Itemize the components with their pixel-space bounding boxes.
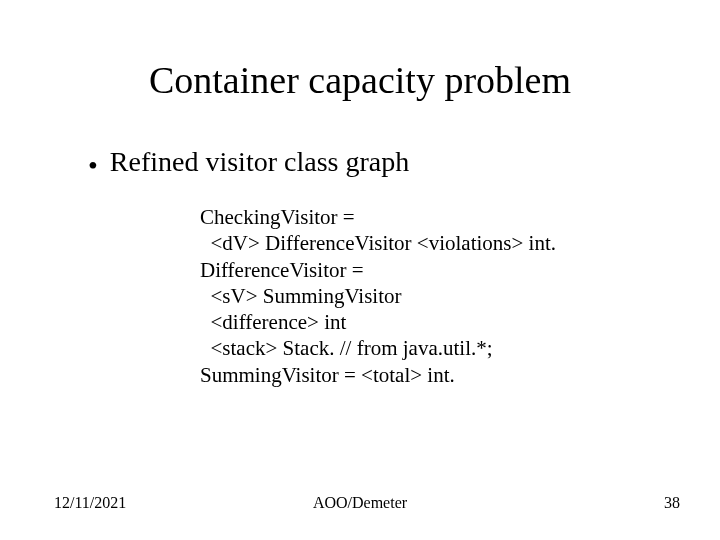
footer: 12/11/2021 AOO/Demeter 38 xyxy=(0,494,720,512)
bullet-marker: • xyxy=(88,152,98,180)
code-block: CheckingVisitor = <dV> DifferenceVisitor… xyxy=(200,204,660,388)
slide-title: Container capacity problem xyxy=(60,58,660,102)
footer-date: 12/11/2021 xyxy=(54,494,126,512)
bullet-item: • Refined visitor class graph xyxy=(88,146,660,180)
bullet-text: Refined visitor class graph xyxy=(110,146,409,178)
footer-center: AOO/Demeter xyxy=(313,494,407,512)
footer-page: 38 xyxy=(664,494,680,512)
slide: Container capacity problem • Refined vis… xyxy=(0,0,720,540)
